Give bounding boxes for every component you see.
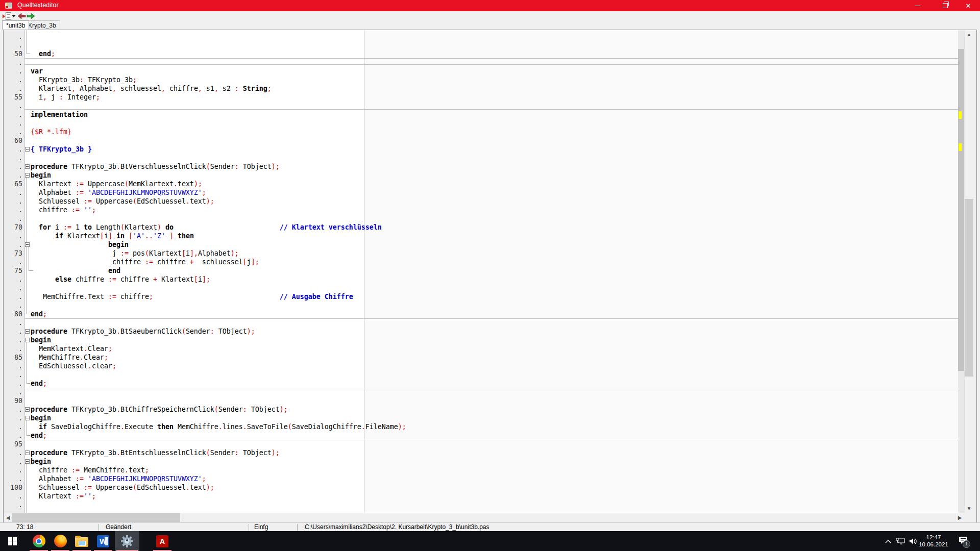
fold-toggle-icon[interactable] xyxy=(25,173,30,178)
code-line[interactable]: . chiffre := chiffre + schluessel[j]; xyxy=(4,258,958,266)
code-line[interactable]: . xyxy=(4,509,958,513)
code-line[interactable]: . FKrypto_3b: TFKrypto_3b; xyxy=(4,76,958,84)
scroll-right-arrow-icon[interactable]: ▶ xyxy=(955,513,964,522)
code-line[interactable]: 65 Klartext := Uppercase(MemKlartext.tex… xyxy=(4,180,958,188)
jump-to-source-icon[interactable] xyxy=(3,12,11,19)
code-line[interactable]: 73 j := pos(Klartext[i],Alphabet); xyxy=(4,249,958,258)
code-line[interactable]: 60 xyxy=(4,136,958,145)
code-line[interactable]: .implementation xyxy=(4,110,958,119)
scroll-down-arrow-icon[interactable]: ▼ xyxy=(965,504,973,513)
code-line[interactable]: 85 MemChiffre.Clear; xyxy=(4,353,958,362)
code-line[interactable]: . xyxy=(4,388,958,396)
fold-toggle-icon[interactable] xyxy=(25,147,30,152)
code-line[interactable]: . if Klartext[i] in ['A'..'Z' ] then xyxy=(4,232,958,240)
taskbar-app-acrobat[interactable]: A xyxy=(152,531,173,551)
fold-toggle-icon[interactable] xyxy=(25,416,30,420)
fold-toggle-icon[interactable] xyxy=(25,407,30,412)
code-line[interactable]: .procedure TFKrypto_3b.BtSaeubernClick(S… xyxy=(4,327,958,336)
code-line[interactable]: . xyxy=(4,41,958,49)
navigate-forward-icon[interactable] xyxy=(27,13,35,19)
code-line[interactable]: . MemKlartext.Clear; xyxy=(4,344,958,353)
restore-button[interactable] xyxy=(934,0,957,11)
code-line[interactable]: .begin xyxy=(4,414,958,422)
code-line[interactable]: 100 Schluessel := Uppercase(EdSchluessel… xyxy=(4,483,958,492)
code-line[interactable]: .procedure TFKrypto_3b.BtEntschluesselnC… xyxy=(4,448,958,457)
tab-unit3b[interactable]: *unit3b xyxy=(2,20,29,30)
code-line[interactable]: .end; xyxy=(4,379,958,388)
code-line[interactable]: . if SaveDialogChiffre.Execute then MemC… xyxy=(4,422,958,431)
scroll-up-arrow-icon[interactable]: ▲ xyxy=(965,30,973,39)
navigate-back-icon[interactable] xyxy=(17,13,26,19)
code-line[interactable]: 50 end; xyxy=(4,49,958,58)
fold-toggle-icon[interactable] xyxy=(25,164,30,169)
code-text: implementation xyxy=(31,110,88,119)
line-number: 55 xyxy=(4,93,22,102)
code-line[interactable]: 75 end xyxy=(4,266,958,275)
code-line[interactable]: .procedure TFKrypto_3b.BtChiffreSpeicher… xyxy=(4,405,958,414)
notification-center-icon[interactable]: 1 xyxy=(955,531,971,551)
code-line[interactable]: .procedure TFKrypto_3b.BtVerschluesselnC… xyxy=(4,162,958,171)
code-line[interactable]: . xyxy=(4,301,958,310)
code-line[interactable]: 90 xyxy=(4,396,958,405)
fold-toggle-icon[interactable] xyxy=(25,338,30,342)
horizontal-scroll-thumb[interactable] xyxy=(12,513,180,522)
taskbar-app-lazarus-active[interactable] xyxy=(115,531,139,551)
dropdown-arrow-icon[interactable] xyxy=(12,15,16,17)
horizontal-scrollbar[interactable]: ◀ ▶ xyxy=(4,513,964,522)
code-line[interactable]: . xyxy=(4,370,958,379)
close-button[interactable]: ✕ xyxy=(957,0,980,11)
code-line[interactable]: . xyxy=(4,154,958,162)
code-line[interactable]: . chiffre := MemChiffre.text; xyxy=(4,466,958,474)
code-line[interactable]: .var xyxy=(4,67,958,76)
code-line[interactable]: . xyxy=(4,102,958,110)
code-line[interactable]: 55 i, j : Integer; xyxy=(4,93,958,102)
code-line[interactable]: 80end; xyxy=(4,310,958,318)
line-number: . xyxy=(4,145,22,154)
code-line[interactable]: .{$R *.lfm} xyxy=(4,128,958,136)
fold-toggle-icon[interactable] xyxy=(25,242,30,247)
code-line[interactable]: .begin xyxy=(4,336,958,344)
code-line[interactable]: 70 for i := 1 to Length(Klartext) do // … xyxy=(4,223,958,232)
tab-krypto-3b[interactable]: Krypto_3b xyxy=(24,20,60,30)
code-text: Schluessel := Uppercase(EdSchluessel.tex… xyxy=(31,483,214,492)
code-line[interactable]: . xyxy=(4,58,958,67)
taskbar-app-chrome[interactable] xyxy=(28,531,50,551)
code-line[interactable]: 95 xyxy=(4,440,958,448)
code-line[interactable]: . xyxy=(4,500,958,509)
code-line[interactable]: . Klartext :=''; xyxy=(4,492,958,500)
code-line[interactable]: . Alphabet := 'ABCDEFGHIJKLMNOPQRSTUVWXY… xyxy=(4,188,958,197)
tray-chevron-up-icon[interactable] xyxy=(884,531,893,551)
tray-network-icon[interactable] xyxy=(894,531,906,551)
code-line[interactable]: . xyxy=(4,32,958,41)
code-line[interactable]: . xyxy=(4,119,958,128)
code-line[interactable]: .begin xyxy=(4,171,958,180)
code-line[interactable]: . Klartext, Alphabet, schluessel, chiffr… xyxy=(4,84,958,93)
scroll-left-arrow-icon[interactable]: ◀ xyxy=(4,513,12,522)
code-line[interactable]: .begin xyxy=(4,457,958,466)
code-line[interactable]: . EdSchluessel.clear; xyxy=(4,362,958,370)
minimize-button[interactable] xyxy=(905,0,929,11)
code-line[interactable]: . MemChiffre.Text := chiffre; // Ausgabe… xyxy=(4,292,958,301)
code-line[interactable]: . else chiffre := chiffre + Klartext[i]; xyxy=(4,275,958,284)
taskbar-app-firefox[interactable] xyxy=(50,531,71,551)
code-line[interactable]: . Alphabet := 'ABCDEFGHIJKLMNOPQRSTUVWXY… xyxy=(4,474,958,483)
code-line[interactable]: .{ TFKrypto_3b } xyxy=(4,145,958,154)
code-line[interactable]: . xyxy=(4,214,958,223)
taskbar-app-word[interactable]: W xyxy=(92,531,114,551)
code-line[interactable]: .end; xyxy=(4,431,958,440)
code-editor[interactable]: ..50 end;..var. FKrypto_3b: TFKrypto_3b;… xyxy=(4,30,958,513)
code-line[interactable]: . begin xyxy=(4,240,958,249)
taskbar-app-explorer[interactable] xyxy=(71,531,92,551)
fold-toggle-icon[interactable] xyxy=(25,459,30,464)
start-button[interactable] xyxy=(0,531,24,551)
tray-clock[interactable]: 12:47 10.06.2021 xyxy=(918,534,949,548)
code-line[interactable]: . Schluessel := Uppercase(EdSchluessel.t… xyxy=(4,197,958,206)
fold-toggle-icon[interactable] xyxy=(25,450,30,455)
line-number: 100 xyxy=(4,483,22,492)
vertical-scrollbar[interactable]: ▲ ▼ xyxy=(964,30,973,513)
code-line[interactable]: . xyxy=(4,284,958,292)
code-line[interactable]: . xyxy=(4,318,958,327)
fold-toggle-icon[interactable] xyxy=(25,329,30,334)
code-line[interactable]: . chiffre := ''; xyxy=(4,206,958,214)
vertical-scroll-thumb[interactable] xyxy=(965,199,973,377)
